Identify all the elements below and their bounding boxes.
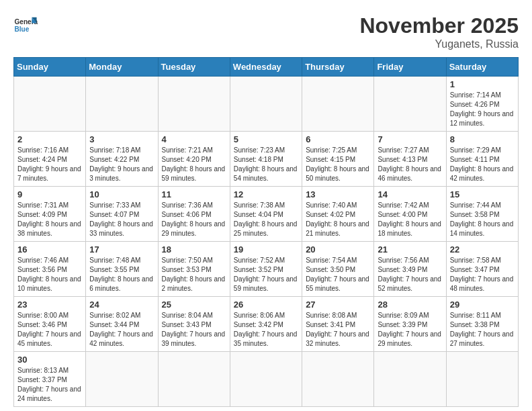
day-number: 9 — [17, 189, 82, 199]
day-number: 26 — [234, 300, 298, 310]
calendar-cell: 4Sunrise: 7:21 AM Sunset: 4:20 PM Daylig… — [158, 132, 230, 187]
calendar-cell — [446, 352, 518, 407]
calendar-week-row: 23Sunrise: 8:00 AM Sunset: 3:46 PM Dayli… — [14, 297, 519, 352]
calendar-week-row: 16Sunrise: 7:46 AM Sunset: 3:56 PM Dayli… — [14, 242, 519, 297]
title-section: November 2025 Yuganets, Russia — [359, 13, 519, 50]
calendar-cell: 21Sunrise: 7:56 AM Sunset: 3:49 PM Dayli… — [374, 242, 446, 297]
logo: General Blue — [13, 13, 38, 38]
weekday-header-thursday: Thursday — [302, 58, 374, 77]
calendar-cell: 25Sunrise: 8:04 AM Sunset: 3:43 PM Dayli… — [158, 297, 230, 352]
calendar-cell: 30Sunrise: 8:13 AM Sunset: 3:37 PM Dayli… — [14, 352, 86, 407]
calendar-cell: 1Sunrise: 7:14 AM Sunset: 4:26 PM Daylig… — [446, 77, 518, 132]
calendar-cell: 5Sunrise: 7:23 AM Sunset: 4:18 PM Daylig… — [230, 132, 302, 187]
day-number: 21 — [378, 244, 442, 255]
calendar-cell: 3Sunrise: 7:18 AM Sunset: 4:22 PM Daylig… — [86, 132, 158, 187]
day-number: 27 — [306, 300, 370, 310]
cell-content: Sunrise: 8:06 AM Sunset: 3:42 PM Dayligh… — [234, 311, 298, 349]
weekday-header-tuesday: Tuesday — [158, 58, 230, 77]
day-number: 23 — [17, 300, 82, 310]
calendar-week-row: 1Sunrise: 7:14 AM Sunset: 4:26 PM Daylig… — [14, 77, 519, 132]
calendar-cell: 2Sunrise: 7:16 AM Sunset: 4:24 PM Daylig… — [14, 132, 86, 187]
month-title: November 2025 — [359, 13, 519, 38]
cell-content: Sunrise: 7:31 AM Sunset: 4:09 PM Dayligh… — [17, 201, 82, 238]
calendar-cell: 28Sunrise: 8:09 AM Sunset: 3:39 PM Dayli… — [374, 297, 446, 352]
logo-icon: General Blue — [13, 13, 38, 38]
calendar-week-row: 30Sunrise: 8:13 AM Sunset: 3:37 PM Dayli… — [14, 352, 519, 407]
calendar-week-row: 2Sunrise: 7:16 AM Sunset: 4:24 PM Daylig… — [14, 132, 519, 187]
cell-content: Sunrise: 7:38 AM Sunset: 4:04 PM Dayligh… — [234, 201, 298, 238]
calendar-cell: 22Sunrise: 7:58 AM Sunset: 3:47 PM Dayli… — [446, 242, 518, 297]
cell-content: Sunrise: 7:44 AM Sunset: 3:58 PM Dayligh… — [450, 201, 515, 238]
calendar-cell — [374, 352, 446, 407]
day-number: 3 — [89, 134, 154, 144]
calendar-cell: 16Sunrise: 7:46 AM Sunset: 3:56 PM Dayli… — [14, 242, 86, 297]
calendar-cell — [374, 77, 446, 132]
cell-content: Sunrise: 7:36 AM Sunset: 4:06 PM Dayligh… — [162, 201, 226, 238]
cell-content: Sunrise: 8:08 AM Sunset: 3:41 PM Dayligh… — [306, 311, 370, 349]
calendar-cell: 9Sunrise: 7:31 AM Sunset: 4:09 PM Daylig… — [14, 187, 86, 242]
weekday-header-monday: Monday — [86, 58, 158, 77]
calendar-cell — [86, 77, 158, 132]
weekday-header-sunday: Sunday — [14, 58, 86, 77]
weekday-header-wednesday: Wednesday — [230, 58, 302, 77]
cell-content: Sunrise: 8:11 AM Sunset: 3:38 PM Dayligh… — [450, 311, 515, 349]
cell-content: Sunrise: 7:21 AM Sunset: 4:20 PM Dayligh… — [162, 146, 226, 183]
cell-content: Sunrise: 8:04 AM Sunset: 3:43 PM Dayligh… — [162, 311, 226, 349]
day-number: 10 — [89, 189, 154, 199]
calendar-cell — [230, 352, 302, 407]
calendar-cell: 17Sunrise: 7:48 AM Sunset: 3:55 PM Dayli… — [86, 242, 158, 297]
calendar-cell: 18Sunrise: 7:50 AM Sunset: 3:53 PM Dayli… — [158, 242, 230, 297]
cell-content: Sunrise: 7:46 AM Sunset: 3:56 PM Dayligh… — [17, 256, 82, 293]
cell-content: Sunrise: 8:00 AM Sunset: 3:46 PM Dayligh… — [17, 311, 82, 349]
page-header: General Blue November 2025 Yuganets, Rus… — [13, 13, 519, 50]
cell-content: Sunrise: 7:33 AM Sunset: 4:07 PM Dayligh… — [89, 201, 154, 238]
day-number: 2 — [17, 134, 82, 144]
cell-content: Sunrise: 8:09 AM Sunset: 3:39 PM Dayligh… — [378, 311, 442, 349]
calendar-cell: 7Sunrise: 7:27 AM Sunset: 4:13 PM Daylig… — [374, 132, 446, 187]
calendar-week-row: 9Sunrise: 7:31 AM Sunset: 4:09 PM Daylig… — [14, 187, 519, 242]
cell-content: Sunrise: 7:23 AM Sunset: 4:18 PM Dayligh… — [234, 146, 298, 183]
day-number: 12 — [234, 189, 298, 199]
cell-content: Sunrise: 7:25 AM Sunset: 4:15 PM Dayligh… — [306, 146, 370, 183]
calendar-cell: 12Sunrise: 7:38 AM Sunset: 4:04 PM Dayli… — [230, 187, 302, 242]
day-number: 25 — [162, 300, 226, 310]
day-number: 18 — [162, 244, 226, 255]
cell-content: Sunrise: 7:29 AM Sunset: 4:11 PM Dayligh… — [450, 146, 515, 183]
calendar-cell: 24Sunrise: 8:02 AM Sunset: 3:44 PM Dayli… — [86, 297, 158, 352]
calendar-cell: 15Sunrise: 7:44 AM Sunset: 3:58 PM Dayli… — [446, 187, 518, 242]
calendar-cell: 20Sunrise: 7:54 AM Sunset: 3:50 PM Dayli… — [302, 242, 374, 297]
calendar-cell: 10Sunrise: 7:33 AM Sunset: 4:07 PM Dayli… — [86, 187, 158, 242]
day-number: 29 — [450, 300, 515, 310]
day-number: 20 — [306, 244, 370, 255]
cell-content: Sunrise: 7:27 AM Sunset: 4:13 PM Dayligh… — [378, 146, 442, 183]
calendar-cell — [302, 77, 374, 132]
cell-content: Sunrise: 7:40 AM Sunset: 4:02 PM Dayligh… — [306, 201, 370, 238]
cell-content: Sunrise: 8:13 AM Sunset: 3:37 PM Dayligh… — [17, 366, 82, 404]
calendar-cell: 11Sunrise: 7:36 AM Sunset: 4:06 PM Dayli… — [158, 187, 230, 242]
location-title: Yuganets, Russia — [359, 38, 519, 50]
day-number: 4 — [162, 134, 226, 144]
weekday-header-saturday: Saturday — [446, 58, 518, 77]
day-number: 28 — [378, 300, 442, 310]
svg-text:Blue: Blue — [14, 26, 29, 33]
day-number: 17 — [89, 244, 154, 255]
calendar-cell: 14Sunrise: 7:42 AM Sunset: 4:00 PM Dayli… — [374, 187, 446, 242]
calendar-table: SundayMondayTuesdayWednesdayThursdayFrid… — [13, 57, 519, 407]
calendar-cell — [86, 352, 158, 407]
day-number: 11 — [162, 189, 226, 199]
day-number: 19 — [234, 244, 298, 255]
day-number: 1 — [450, 79, 515, 89]
day-number: 16 — [17, 244, 82, 255]
day-number: 6 — [306, 134, 370, 144]
day-number: 22 — [450, 244, 515, 255]
cell-content: Sunrise: 7:54 AM Sunset: 3:50 PM Dayligh… — [306, 256, 370, 293]
calendar-cell: 26Sunrise: 8:06 AM Sunset: 3:42 PM Dayli… — [230, 297, 302, 352]
cell-content: Sunrise: 7:42 AM Sunset: 4:00 PM Dayligh… — [378, 201, 442, 238]
calendar-cell — [158, 352, 230, 407]
day-number: 14 — [378, 189, 442, 199]
cell-content: Sunrise: 7:14 AM Sunset: 4:26 PM Dayligh… — [450, 91, 515, 128]
day-number: 5 — [234, 134, 298, 144]
day-number: 8 — [450, 134, 515, 144]
calendar-cell — [302, 352, 374, 407]
weekday-header-row: SundayMondayTuesdayWednesdayThursdayFrid… — [14, 58, 519, 77]
